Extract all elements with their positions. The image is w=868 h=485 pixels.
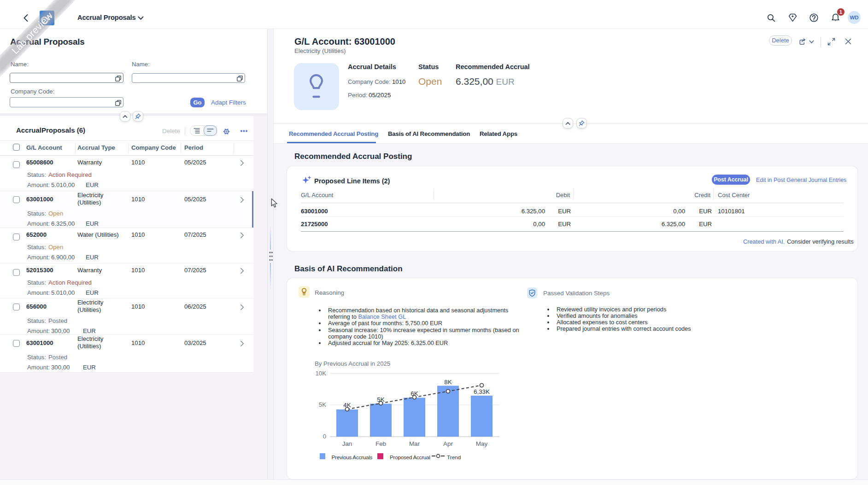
svg-text:6K: 6K: [411, 390, 418, 397]
svg-text:8K: 8K: [444, 379, 452, 386]
svg-text:6,33K: 6,33K: [474, 388, 490, 395]
svg-text:May: May: [476, 440, 488, 447]
svg-text:5K: 5K: [377, 396, 384, 403]
svg-text:Jan: Jan: [342, 440, 352, 447]
svg-text:Apr: Apr: [443, 440, 453, 447]
svg-text:4K: 4K: [343, 402, 351, 409]
svg-text:10K: 10K: [316, 370, 327, 377]
svg-text:Mar: Mar: [409, 440, 420, 447]
svg-text:Feb: Feb: [375, 440, 386, 447]
svg-text:5K: 5K: [319, 401, 326, 408]
svg-text:0: 0: [323, 433, 326, 440]
